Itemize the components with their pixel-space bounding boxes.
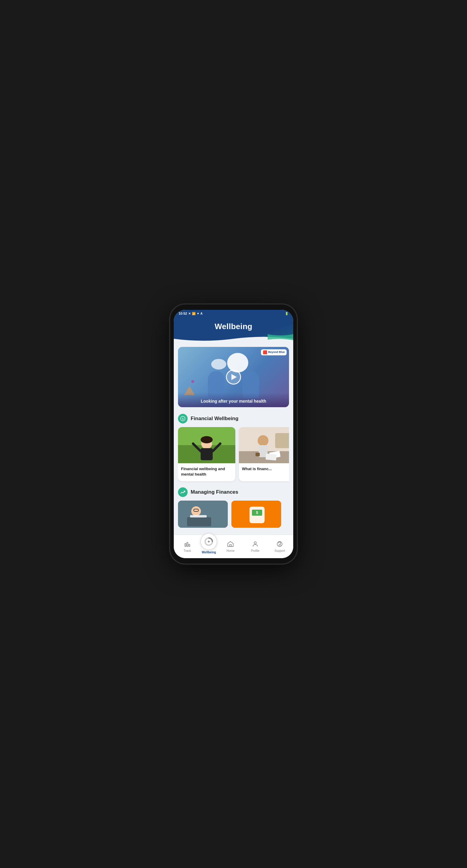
managing-card-2[interactable]: $ — [231, 501, 281, 528]
svg-point-12 — [258, 435, 268, 446]
page-title: Wellbeing — [180, 322, 287, 331]
profile-icon — [252, 541, 259, 548]
bar-chart-icon — [184, 541, 191, 548]
financial-card-2[interactable]: What is financ... — [239, 427, 289, 481]
status-left: 10:52 ✕ 📶 ✦ A — [179, 312, 202, 315]
svg-point-8 — [201, 436, 213, 443]
financial-wellbeing-section: $ Financial Wellbeing — [174, 411, 293, 484]
financial-wellbeing-header: $ Financial Wellbeing — [178, 414, 289, 424]
nav-item-home[interactable]: Home — [218, 539, 243, 554]
financial-card-2-image — [239, 427, 289, 463]
nav-track-label: Track — [183, 549, 191, 553]
svg-rect-26 — [185, 544, 186, 547]
phone-shell: 10:52 ✕ 📶 ✦ A 🔋 Wellbeing — [170, 304, 297, 564]
financial-card-1-text: Financial wellbeing and mental health — [181, 466, 232, 477]
bb-logo-icon: 🟥 — [263, 350, 267, 354]
beyond-blue-logo: 🟥 Beyond Blue — [261, 349, 287, 355]
page-header: Wellbeing — [174, 317, 293, 343]
svg-text:$: $ — [182, 417, 184, 421]
financial-cards-scroll[interactable]: Financial wellbeing and mental health — [178, 427, 289, 483]
nav-profile-label: Profile — [251, 549, 259, 553]
financial-card-1-image — [178, 427, 235, 463]
wellbeing-center-button[interactable] — [200, 533, 217, 550]
svg-text:$: $ — [256, 510, 258, 515]
featured-video-card[interactable]: 🟥 Beyond Blue Looking after your mental … — [178, 347, 289, 407]
play-triangle-icon — [231, 374, 237, 380]
financial-card-2-content: What is financ... — [239, 463, 289, 476]
video-caption: Looking after your mental health — [178, 393, 289, 407]
financial-card-1-content: Financial wellbeing and mental health — [178, 463, 235, 481]
financial-icon: $ — [178, 414, 188, 424]
nav-item-track[interactable]: Track — [175, 539, 200, 554]
scroll-content[interactable]: 🟥 Beyond Blue Looking after your mental … — [174, 343, 293, 558]
status-bar: 10:52 ✕ 📶 ✦ A 🔋 — [174, 310, 293, 317]
managing-finances-header: Managing Finances — [178, 487, 289, 497]
phone-screen: 10:52 ✕ 📶 ✦ A 🔋 Wellbeing — [174, 310, 293, 558]
wifi-icon: 📶 — [192, 312, 196, 315]
status-right: 🔋 — [285, 312, 288, 315]
svg-point-30 — [208, 541, 210, 542]
financial-section-title: Financial Wellbeing — [191, 415, 238, 422]
financial-card-2-text: What is financ... — [242, 466, 289, 472]
support-icon — [276, 541, 283, 548]
cloud-decoration — [211, 359, 226, 370]
svg-rect-28 — [188, 544, 190, 547]
managing-finances-section: Managing Finances — [174, 484, 293, 531]
notification-icon: ✕ — [188, 312, 191, 315]
svg-rect-27 — [187, 542, 188, 547]
svg-rect-10 — [275, 433, 289, 448]
play-button[interactable] — [226, 370, 241, 384]
battery-icon: 🔋 — [285, 312, 288, 315]
svg-rect-15 — [265, 454, 276, 461]
nav-item-support[interactable]: Support — [267, 539, 292, 554]
nav-wellbeing-label: Wellbeing — [202, 551, 216, 554]
managing-icon — [178, 487, 188, 497]
bb-brand-name: Beyond Blue — [268, 351, 285, 354]
home-icon — [227, 541, 234, 548]
svg-rect-20 — [187, 517, 211, 526]
svg-rect-16 — [256, 453, 260, 456]
dot-decoration — [191, 380, 194, 383]
managing-cards-scroll[interactable]: $ — [178, 501, 289, 529]
nav-home-label: Home — [227, 549, 235, 553]
accessibility-icon: A — [200, 312, 202, 315]
nav-support-label: Support — [274, 549, 285, 553]
bottom-nav: Track Wellbeing — [174, 535, 293, 558]
time-display: 10:52 — [179, 312, 187, 315]
nav-item-wellbeing[interactable]: Wellbeing — [200, 539, 218, 554]
svg-rect-31 — [230, 545, 231, 547]
bluetooth-icon: ✦ — [197, 312, 199, 315]
managing-section-title: Managing Finances — [191, 489, 238, 495]
financial-card-1[interactable]: Financial wellbeing and mental health — [178, 427, 235, 481]
nav-item-profile[interactable]: Profile — [243, 539, 268, 554]
svg-rect-5 — [201, 448, 213, 460]
svg-point-32 — [254, 542, 256, 544]
header-wave — [174, 334, 293, 343]
managing-card-1[interactable] — [178, 501, 228, 528]
svg-rect-21 — [190, 515, 207, 518]
speech-bubble-decoration — [227, 353, 248, 373]
